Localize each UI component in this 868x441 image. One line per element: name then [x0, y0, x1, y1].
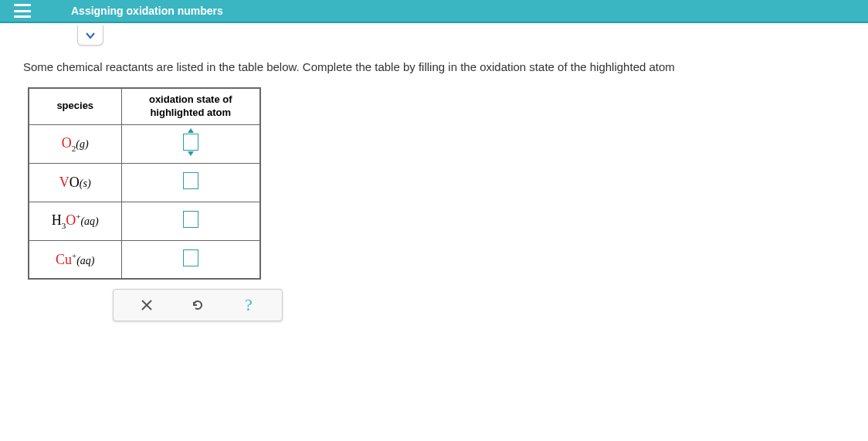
help-icon: ?: [245, 295, 253, 315]
th-species: species: [29, 88, 121, 124]
oxidation-cell: [121, 202, 260, 240]
oxidation-cell: [121, 240, 260, 279]
species-cell: H3O+(aq): [29, 202, 121, 240]
species-cell: Cu+(aq): [29, 240, 121, 279]
oxidation-input[interactable]: [183, 211, 198, 228]
table-row: Cu+(aq): [29, 240, 260, 279]
oxidation-cell: [121, 124, 260, 163]
reset-button[interactable]: [187, 294, 209, 316]
page-header: Assigning oxidation numbers: [0, 0, 868, 23]
instruction-text: Some chemical reactants are listed in th…: [0, 23, 868, 87]
collapse-tab[interactable]: [77, 25, 103, 46]
page-title: Assigning oxidation numbers: [71, 5, 223, 17]
table-row: O2(g): [29, 124, 260, 163]
oxidation-cell: [121, 163, 260, 202]
table-row: VO(s): [29, 163, 260, 202]
table-row: H3O+(aq): [29, 202, 260, 240]
species-cell: VO(s): [29, 163, 121, 202]
x-icon: [141, 299, 153, 311]
oxidation-input[interactable]: [183, 134, 198, 151]
help-button[interactable]: ?: [238, 294, 259, 316]
oxidation-table: species oxidation state of highlighted a…: [28, 87, 261, 280]
clear-button[interactable]: [136, 294, 158, 316]
species-cell: O2(g): [29, 124, 121, 163]
th-oxidation: oxidation state of highlighted atom: [121, 88, 260, 124]
oxidation-input[interactable]: [183, 172, 198, 189]
menu-icon[interactable]: [14, 4, 31, 18]
chevron-down-icon: [86, 31, 95, 40]
answer-toolbar: ?: [113, 289, 283, 321]
undo-icon: [191, 298, 205, 312]
oxidation-input[interactable]: [183, 249, 198, 266]
oxidation-table-wrap: species oxidation state of highlighted a…: [28, 87, 868, 321]
